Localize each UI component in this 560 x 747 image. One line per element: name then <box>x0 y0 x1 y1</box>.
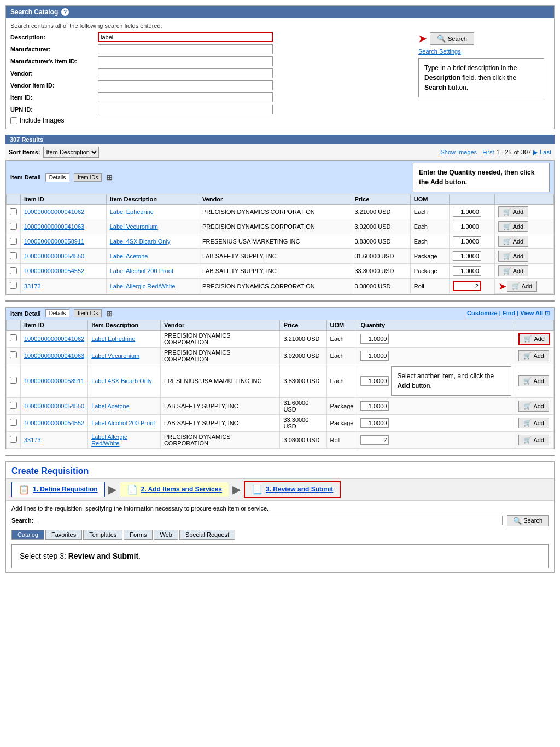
add-button-4-top[interactable]: 🛒 Add <box>498 251 529 262</box>
search-right-area: ➤ 🔍 Search Search Settings Type in a bri… <box>418 32 550 124</box>
add-button-1-bot[interactable]: 🛒 Add <box>518 333 550 345</box>
checkbox-1-top[interactable] <box>10 208 17 215</box>
qty-input-3-bot[interactable] <box>360 376 389 386</box>
item-id-link-4-top[interactable]: 100000000000054550 <box>24 253 84 259</box>
checkbox-6-top[interactable] <box>10 282 17 289</box>
show-images-link[interactable]: Show Images <box>440 149 477 155</box>
req-search-input[interactable] <box>38 516 503 525</box>
checkbox-4-top[interactable] <box>10 252 17 259</box>
search-settings-link[interactable]: Search Settings <box>418 48 461 55</box>
checkbox-6-bot[interactable] <box>10 436 17 443</box>
catalog-tab-forms[interactable]: Forms <box>124 530 153 540</box>
desc-link-6-top[interactable]: Label Allergic Red/White <box>110 283 176 289</box>
sort-select[interactable]: Item Description <box>43 147 99 158</box>
step-1[interactable]: 📋 1. Define Requisition <box>11 482 105 497</box>
add-button-3-bot[interactable]: 🛒 Add <box>518 375 549 386</box>
item-id-link-1-top[interactable]: 100000000000041062 <box>24 209 84 215</box>
qty-input-1-top[interactable] <box>453 207 481 217</box>
catalog-tab-templates[interactable]: Templates <box>83 530 122 540</box>
add-button-6-bot[interactable]: 🛒 Add <box>518 435 549 445</box>
add-button-4-bot[interactable]: 🛒 Add <box>518 401 549 412</box>
expand-icon[interactable]: ⊡ <box>545 310 550 316</box>
manufacturer-input[interactable] <box>98 44 273 54</box>
qty-input-2-bot[interactable] <box>360 351 389 361</box>
qty-input-6-top[interactable] <box>453 281 481 291</box>
item-id-link-5-bot[interactable]: 100000000000054552 <box>24 420 84 426</box>
add-button-6-top[interactable]: 🛒 Add <box>507 281 538 292</box>
add-button-2-bot[interactable]: 🛒 Add <box>518 350 549 361</box>
tab-details-bottom[interactable]: Details <box>45 309 70 317</box>
qty-input-4-bot[interactable] <box>360 401 389 411</box>
item-id-link-3-top[interactable]: 100000000000058911 <box>24 238 84 245</box>
item-id-link-3-bot[interactable]: 100000000000058911 <box>24 378 84 384</box>
manufacturer-item-id-field-row: Manufacturer's Item ID: <box>10 56 413 66</box>
description-input[interactable] <box>98 32 273 42</box>
checkbox-2-top[interactable] <box>10 223 17 230</box>
item-id-link-1-bot[interactable]: 100000000000041062 <box>24 335 84 342</box>
desc-link-4-top[interactable]: Label Acetone <box>110 253 148 259</box>
checkbox-4-bot[interactable] <box>10 402 17 409</box>
vendor-item-id-input[interactable] <box>98 80 273 90</box>
desc-link-4-bot[interactable]: Label Acetone <box>91 403 130 409</box>
step-3[interactable]: 📃 3. Review and Submit <box>244 481 341 498</box>
desc-link-5-bot[interactable]: Label Alcohol 200 Proof <box>91 420 155 426</box>
checkbox-5-top[interactable] <box>10 267 17 274</box>
qty-input-5-bot[interactable] <box>360 418 389 428</box>
table-view-icon-bottom[interactable]: ⊞ <box>106 309 113 318</box>
item-id-input[interactable] <box>98 92 273 102</box>
qty-input-4-top[interactable] <box>453 251 481 261</box>
manufacturer-item-id-input[interactable] <box>98 56 273 66</box>
item-id-link-2-top[interactable]: 100000000000041063 <box>24 223 84 230</box>
desc-link-5-top[interactable]: Label Alcohol 200 Proof <box>110 268 173 274</box>
checkbox-3-bot[interactable] <box>10 377 17 384</box>
catalog-tab-web[interactable]: Web <box>154 530 178 540</box>
qty-input-2-top[interactable] <box>453 222 481 231</box>
pagination-last[interactable]: Last <box>540 149 551 155</box>
item-id-link-6-top[interactable]: 33173 <box>24 283 41 289</box>
table-view-icon-top[interactable]: ⊞ <box>106 173 113 182</box>
pagination-next[interactable]: ▶ <box>533 149 538 156</box>
item-id-link-6-bot[interactable]: 33173 <box>24 437 41 443</box>
add-button-5-top[interactable]: 🛒 Add <box>498 265 529 276</box>
item-id-link-2-bot[interactable]: 100000000000041063 <box>24 352 84 359</box>
req-search-button[interactable]: 🔍 Search <box>507 515 549 526</box>
qty-input-3-top[interactable] <box>453 236 481 246</box>
view-all-link[interactable]: View All <box>520 310 543 316</box>
add-button-3-top[interactable]: 🛒 Add <box>498 236 529 247</box>
pagination-first[interactable]: First <box>482 149 494 155</box>
tab-details-top[interactable]: Details <box>45 173 70 182</box>
checkbox-5-bot[interactable] <box>10 419 17 426</box>
include-images-checkbox[interactable] <box>10 117 18 124</box>
help-icon[interactable]: ? <box>61 8 69 16</box>
desc-link-2-bot[interactable]: Label Vecuronium <box>91 352 139 359</box>
item-id-link-4-bot[interactable]: 100000000000054550 <box>24 403 84 409</box>
desc-link-3-top[interactable]: Label 4SX Bicarb Only <box>110 238 171 245</box>
customize-link[interactable]: Customize <box>467 310 498 316</box>
qty-input-5-top[interactable] <box>453 266 481 276</box>
row-item-id-5-top: 100000000000054552 <box>21 264 107 279</box>
catalog-tab-favorites[interactable]: Favorites <box>45 530 82 540</box>
vendor-input[interactable] <box>98 68 273 78</box>
catalog-tab-special-request[interactable]: Special Request <box>179 530 235 540</box>
checkbox-1-bot[interactable] <box>10 334 17 341</box>
step-2[interactable]: 📄 2. Add Items and Services <box>120 482 229 497</box>
checkbox-3-top[interactable] <box>10 238 17 245</box>
desc-link-1-top[interactable]: Label Ephedrine <box>110 209 154 215</box>
search-button[interactable]: 🔍 Search <box>430 32 474 45</box>
qty-input-6-bot[interactable] <box>360 435 389 445</box>
add-button-5-bot[interactable]: 🛒 Add <box>518 418 549 428</box>
add-button-2-top[interactable]: 🛒 Add <box>498 221 529 232</box>
upn-id-input[interactable] <box>98 105 273 114</box>
checkbox-2-bot[interactable] <box>10 351 17 358</box>
desc-link-2-top[interactable]: Label Vecuronium <box>110 223 158 230</box>
catalog-tab-catalog[interactable]: Catalog <box>11 530 44 540</box>
add-button-1-top[interactable]: 🛒 Add <box>498 206 529 217</box>
desc-link-3-bot[interactable]: Label 4SX Bicarb Only <box>91 378 152 384</box>
item-id-link-5-top[interactable]: 100000000000054552 <box>24 268 84 274</box>
find-link[interactable]: Find <box>503 310 515 316</box>
desc-link-6-bot[interactable]: Label Allergic Red/White <box>91 433 127 447</box>
tab-item-ids-bottom[interactable]: Item IDs <box>74 309 102 317</box>
qty-input-1-bot[interactable] <box>360 334 389 344</box>
tab-item-ids-top[interactable]: Item IDs <box>74 173 102 182</box>
desc-link-1-bot[interactable]: Label Ephedrine <box>91 335 135 342</box>
